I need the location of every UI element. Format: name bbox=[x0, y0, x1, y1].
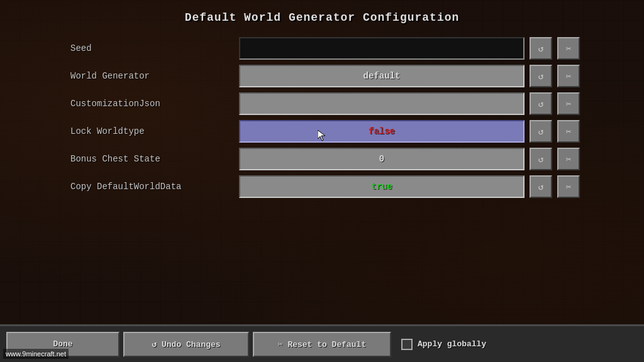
apply-globally-checkbox[interactable] bbox=[401, 339, 413, 350]
config-row-seed: Seed↺✂ bbox=[64, 36, 580, 60]
label-lock-worldtype: Lock Worldtype bbox=[64, 126, 234, 136]
field-value-lock-worldtype: false bbox=[369, 126, 395, 136]
label-bonus-chest-state: Bonus Chest State bbox=[64, 154, 234, 164]
apply-globally-label: Apply globally bbox=[418, 339, 486, 349]
undo-icon-btn-bonus-chest-state[interactable]: ↺ bbox=[530, 148, 552, 170]
label-customization-json: CustomizationJson bbox=[64, 99, 234, 109]
undo-icon-btn-seed[interactable]: ↺ bbox=[530, 37, 552, 60]
scissors-icon-btn-seed[interactable]: ✂ bbox=[557, 37, 580, 60]
field-value-world-generator: default bbox=[364, 71, 401, 81]
config-row-bonus-chest-state: Bonus Chest State0↺✂ bbox=[64, 147, 580, 171]
scissors-icon-btn-bonus-chest-state[interactable]: ✂ bbox=[557, 148, 580, 170]
field-seed[interactable] bbox=[239, 37, 525, 60]
main-container: Default World Generator Configuration Se… bbox=[0, 0, 644, 362]
field-bonus-chest-state[interactable]: 0 bbox=[239, 148, 525, 170]
scissors-icon-btn-lock-worldtype[interactable]: ✂ bbox=[557, 120, 580, 143]
field-value-bonus-chest-state: 0 bbox=[379, 154, 384, 164]
label-world-generator: World Generator bbox=[64, 71, 234, 81]
config-row-lock-worldtype: Lock Worldtypefalse↺✂ bbox=[64, 119, 580, 143]
undo-icon-btn-world-generator[interactable]: ↺ bbox=[530, 65, 552, 87]
field-copy-default-world-data[interactable]: true bbox=[239, 175, 525, 198]
label-copy-default-world-data: Copy DefaultWorldData bbox=[64, 182, 234, 192]
config-panel: Seed↺✂World Generatordefault↺✂Customizat… bbox=[64, 36, 580, 199]
field-value-copy-default-world-data: true bbox=[371, 182, 392, 192]
config-row-copy-default-world-data: Copy DefaultWorldDatatrue↺✂ bbox=[64, 175, 580, 199]
field-world-generator[interactable]: default bbox=[239, 65, 525, 87]
page-title: Default World Generator Configuration bbox=[185, 11, 460, 24]
reset-button[interactable]: ✂ Reset to Default bbox=[253, 332, 391, 357]
undo-button[interactable]: ↺ Undo Changes bbox=[123, 332, 249, 357]
field-customization-json[interactable] bbox=[239, 92, 525, 115]
scissors-icon-btn-world-generator[interactable]: ✂ bbox=[557, 65, 580, 87]
undo-icon-btn-copy-default-world-data[interactable]: ↺ bbox=[530, 175, 552, 198]
scissors-icon-btn-customization-json[interactable]: ✂ bbox=[557, 92, 580, 115]
field-lock-worldtype[interactable]: false bbox=[239, 120, 525, 143]
label-seed: Seed bbox=[64, 43, 234, 53]
undo-icon-btn-customization-json[interactable]: ↺ bbox=[530, 92, 552, 115]
scissors-icon-btn-copy-default-world-data[interactable]: ✂ bbox=[557, 175, 580, 198]
undo-icon-btn-lock-worldtype[interactable]: ↺ bbox=[530, 120, 552, 143]
config-row-customization-json: CustomizationJson↺✂ bbox=[64, 92, 580, 116]
apply-globally-button[interactable]: Apply globally bbox=[401, 339, 486, 350]
watermark: www.9minecraft.net bbox=[3, 349, 69, 359]
config-row-world-generator: World Generatordefault↺✂ bbox=[64, 64, 580, 88]
bottom-bar: Done ↺ Undo Changes ✂ Reset to Default A… bbox=[0, 324, 644, 362]
